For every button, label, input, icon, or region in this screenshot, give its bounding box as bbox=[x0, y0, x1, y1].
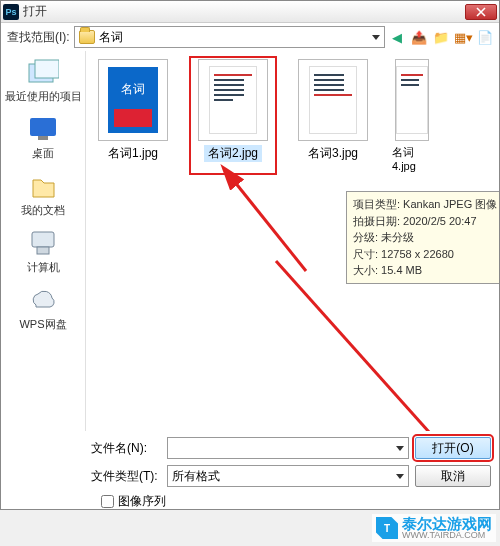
view-icon[interactable]: ▦▾ bbox=[455, 29, 471, 45]
place-wps[interactable]: WPS网盘 bbox=[19, 285, 66, 332]
lookin-combo[interactable]: 名词 bbox=[74, 26, 385, 48]
file-name: 名词1.jpg bbox=[108, 145, 158, 162]
lookin-value: 名词 bbox=[99, 29, 123, 46]
place-desktop[interactable]: 桌面 bbox=[26, 114, 60, 161]
up-icon[interactable]: 📤 bbox=[411, 29, 427, 45]
thumb-icon bbox=[396, 66, 428, 134]
place-recent[interactable]: 最近使用的项目 bbox=[5, 57, 82, 104]
filetype-combo[interactable]: 所有格式 bbox=[167, 465, 409, 487]
tooltip-size: 大小: 15.4 MB bbox=[353, 262, 499, 279]
place-label: 我的文档 bbox=[21, 203, 65, 218]
back-icon[interactable]: ◀ bbox=[389, 29, 405, 45]
filetype-label: 文件类型(T): bbox=[91, 468, 161, 485]
svg-rect-3 bbox=[38, 136, 48, 140]
computer-icon bbox=[28, 229, 58, 257]
folder-icon bbox=[79, 30, 95, 44]
chevron-down-icon bbox=[396, 446, 404, 451]
file-tooltip: 项目类型: Kankan JPEG 图像 拍摄日期: 2020/2/5 20:4… bbox=[346, 191, 499, 284]
lookin-row: 查找范围(I): 名词 ◀ 📤 📁 ▦▾ 📄 bbox=[1, 23, 499, 51]
place-documents[interactable]: 我的文档 bbox=[21, 171, 65, 218]
lookin-label: 查找范围(I): bbox=[7, 29, 70, 46]
tooltip-type: 项目类型: Kankan JPEG 图像 bbox=[353, 196, 499, 213]
filename-input[interactable] bbox=[167, 437, 409, 459]
watermark: T 泰尔达游戏网 WWW.TAIRDA.COM bbox=[372, 514, 496, 542]
file-name: 名词3.jpg bbox=[308, 145, 358, 162]
watermark-url: WWW.TAIRDA.COM bbox=[402, 531, 492, 540]
file-item[interactable]: 名词3.jpg bbox=[292, 59, 374, 172]
chevron-down-icon bbox=[372, 35, 380, 40]
app-icon: Ps bbox=[3, 4, 19, 20]
places-bar: 最近使用的项目 桌面 我的文档 计算机 WPS网盘 bbox=[1, 51, 86, 431]
annotation-arrow-1 bbox=[206, 161, 326, 281]
close-icon bbox=[476, 7, 486, 17]
chevron-down-icon bbox=[396, 474, 404, 479]
tooltip-dim: 尺寸: 12758 x 22680 bbox=[353, 246, 499, 263]
thumb-icon bbox=[209, 66, 257, 134]
titlebar: Ps 打开 bbox=[1, 1, 499, 23]
filetype-value: 所有格式 bbox=[172, 468, 220, 485]
svg-rect-4 bbox=[32, 232, 54, 247]
place-label: 桌面 bbox=[32, 146, 54, 161]
window-title: 打开 bbox=[23, 3, 465, 20]
nav-toolbar: ◀ 📤 📁 ▦▾ 📄 bbox=[389, 29, 493, 45]
new-folder-icon[interactable]: 📁 bbox=[433, 29, 449, 45]
thumb-icon: 名词 bbox=[108, 67, 158, 133]
svg-rect-5 bbox=[37, 247, 49, 254]
place-label: 计算机 bbox=[27, 260, 60, 275]
cloud-icon bbox=[28, 287, 58, 313]
watermark-logo-icon: T bbox=[376, 517, 398, 539]
thumb-icon bbox=[309, 66, 357, 134]
documents-icon bbox=[29, 172, 57, 200]
file-item-selected[interactable]: 名词2.jpg bbox=[192, 59, 274, 172]
svg-rect-1 bbox=[35, 60, 59, 78]
file-list: 名词 名词1.jpg 名词2.jpg 名词3.jpg 名词4.jpg bbox=[92, 59, 493, 172]
image-sequence-checkbox[interactable] bbox=[101, 495, 114, 508]
tooltip-date: 拍摄日期: 2020/2/5 20:47 bbox=[353, 213, 499, 230]
svg-rect-2 bbox=[30, 118, 56, 136]
file-area[interactable]: 名词 名词1.jpg 名词2.jpg 名词3.jpg 名词4.jpg 项目类型: bbox=[86, 51, 499, 431]
filename-label: 文件名(N): bbox=[91, 440, 161, 457]
desktop-icon bbox=[28, 116, 58, 142]
bottom-panel: 文件名(N): 打开(O) 文件类型(T): 所有格式 取消 图像序列 bbox=[1, 431, 499, 514]
image-sequence-label: 图像序列 bbox=[118, 493, 166, 510]
close-button[interactable] bbox=[465, 4, 497, 20]
open-dialog: Ps 打开 查找范围(I): 名词 ◀ 📤 📁 ▦▾ 📄 最近使用的项目 bbox=[0, 0, 500, 510]
file-name: 名词2.jpg bbox=[204, 145, 262, 162]
extra-icon[interactable]: 📄 bbox=[477, 29, 493, 45]
main-area: 最近使用的项目 桌面 我的文档 计算机 WPS网盘 名词 bbox=[1, 51, 499, 431]
file-item[interactable]: 名词 名词1.jpg bbox=[92, 59, 174, 172]
place-label: WPS网盘 bbox=[19, 317, 66, 332]
place-label: 最近使用的项目 bbox=[5, 89, 82, 104]
file-name: 名词4.jpg bbox=[392, 145, 432, 172]
tooltip-rating: 分级: 未分级 bbox=[353, 229, 499, 246]
open-button[interactable]: 打开(O) bbox=[415, 437, 491, 459]
recent-icon bbox=[27, 58, 59, 86]
file-item[interactable]: 名词4.jpg bbox=[392, 59, 432, 172]
place-computer[interactable]: 计算机 bbox=[26, 228, 60, 275]
cancel-button[interactable]: 取消 bbox=[415, 465, 491, 487]
watermark-name: 泰尔达游戏网 bbox=[402, 516, 492, 531]
